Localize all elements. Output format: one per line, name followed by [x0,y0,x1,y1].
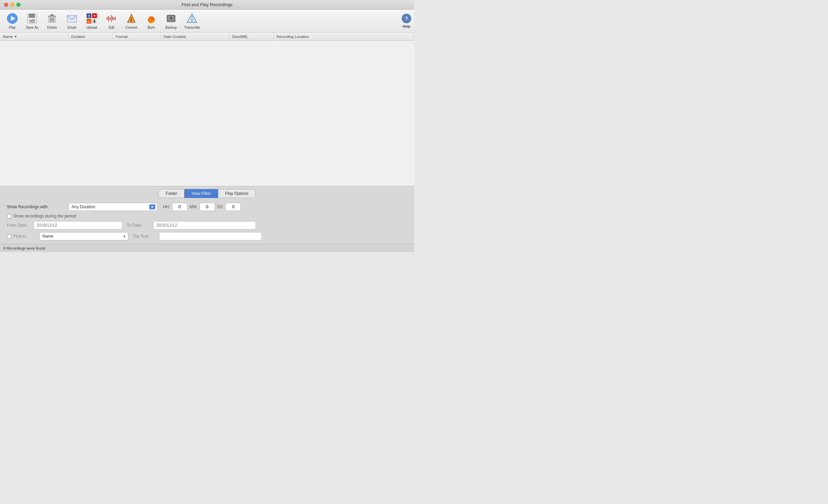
mm-label: MM: [190,204,197,209]
svg-rect-41 [170,21,171,22]
backup-button[interactable]: Backup [161,11,181,31]
col-format[interactable]: Format [113,32,161,40]
svg-rect-22 [108,16,109,21]
col-size[interactable]: Size(MB) [229,32,274,40]
help-icon: ? [402,14,411,23]
transcribe-icon [186,12,198,25]
burn-button[interactable]: Burn [142,11,161,31]
save-as-button[interactable]: Save As [23,11,42,31]
edit-button[interactable]: Edit [102,11,121,31]
svg-rect-23 [109,18,110,20]
to-date-label: To Date: [127,223,151,228]
time-fields: HH: MM: SS: [163,203,241,211]
minimize-button[interactable] [10,3,14,7]
the-text-input[interactable] [159,232,262,240]
maximize-button[interactable] [16,3,21,7]
email-button[interactable]: Email [62,11,81,31]
titlebar: Find and Play Recordings [0,0,414,10]
hh-label: HH: [163,204,170,209]
hh-input[interactable] [172,203,187,211]
backup-icon [165,12,177,25]
svg-text:f: f [88,14,90,18]
ss-label: SS: [217,204,223,209]
from-date-label: From Date: [7,223,31,228]
to-date-group: To Date: [127,221,256,229]
svg-point-46 [191,20,193,22]
transcribe-button[interactable]: Transcribe [181,11,203,31]
find-in-select-wrapper: Name Location Notes ▼ [39,232,128,240]
convert-icon [125,12,138,25]
svg-rect-3 [29,14,35,18]
email-icon [66,12,78,25]
svg-rect-7 [50,14,54,16]
svg-rect-24 [111,15,112,22]
status-text: 0 Recordings were found [3,246,45,250]
play-label: Play [9,26,15,29]
tab-view-filter[interactable]: View Filter [184,189,218,198]
delete-button[interactable]: Delete [42,11,62,31]
find-in-select[interactable]: Name Location Notes [39,232,128,240]
traffic-lights [4,3,21,7]
show-recordings-label: Show Recordings with: [7,204,68,209]
find-row: Find in: Name Location Notes ▼ The Text: [7,232,407,240]
tab-folder[interactable]: Folder [158,189,184,198]
help-button[interactable]: ? Help [402,14,411,28]
show-period-label: Show recordings during the period: [13,214,77,218]
email-label: Email [67,26,76,29]
col-name[interactable]: Name ▼ [0,32,68,40]
svg-point-31 [131,20,132,21]
help-label: Help [403,24,411,28]
period-checkbox-row: Show recordings during the period: [7,214,407,218]
to-date-input[interactable] [153,221,256,229]
edit-icon [105,12,118,25]
bottom-panel: Folder View Filter Play Options Show Rec… [0,186,414,244]
upload-button[interactable]: f SC Upload [82,11,101,31]
ss-input[interactable] [225,203,241,211]
delete-label: Delete [47,26,57,29]
svg-rect-26 [114,17,114,20]
duration-select[interactable]: Any Duration Less than 1 minute 1-5 minu… [68,203,157,211]
svg-rect-42 [172,21,173,22]
mm-input[interactable] [199,203,215,211]
find-in-checkbox[interactable] [7,234,11,239]
show-period-checkbox[interactable] [7,214,11,218]
the-text-group: The Text: [132,232,262,240]
transcribe-label: Transcribe [184,26,200,29]
edit-label: Edit [108,26,114,29]
upload-icon: f SC [86,12,98,25]
filter-area: Show Recordings with: Any Duration Less … [0,200,414,244]
tab-play-options[interactable]: Play Options [218,189,256,198]
svg-rect-40 [169,21,170,22]
save-as-icon [26,12,38,25]
col-location[interactable]: Recording Location [274,32,414,40]
close-button[interactable] [4,3,8,7]
duration-select-wrapper: Any Duration Less than 1 minute 1-5 minu… [68,203,157,211]
delete-icon [46,12,58,25]
from-date-group: From Date: [7,221,122,229]
table-header: Name ▼ Duration Format Date Created Size… [0,32,414,41]
toolbar: Play Save As [0,10,414,32]
name-sort-icon: ▼ [14,35,17,38]
convert-button[interactable]: Convert [122,11,141,31]
upload-label: Upload [86,26,97,29]
col-duration[interactable]: Duration [68,32,113,40]
from-date-input[interactable] [34,221,122,229]
window-title: Find and Play Recordings [182,2,233,7]
convert-label: Convert [125,26,137,29]
play-button[interactable]: Play [3,11,22,31]
find-in-group: Find in: Name Location Notes ▼ [7,232,128,240]
svg-point-39 [170,17,172,19]
find-in-label: Find in: [13,234,37,239]
play-icon [6,12,18,25]
svg-rect-21 [107,17,107,20]
duration-filter-row: Show Recordings with: Any Duration Less … [7,203,407,211]
the-text-label: The Text: [132,234,156,239]
save-as-label: Save As [26,26,39,29]
date-row: From Date: To Date: [7,221,407,229]
col-date-created[interactable]: Date Created [161,32,229,40]
burn-icon [145,12,157,25]
svg-rect-32 [131,17,132,19]
svg-text:SC: SC [87,20,91,23]
tabs-row: Folder View Filter Play Options [0,186,414,200]
backup-label: Backup [165,26,177,29]
